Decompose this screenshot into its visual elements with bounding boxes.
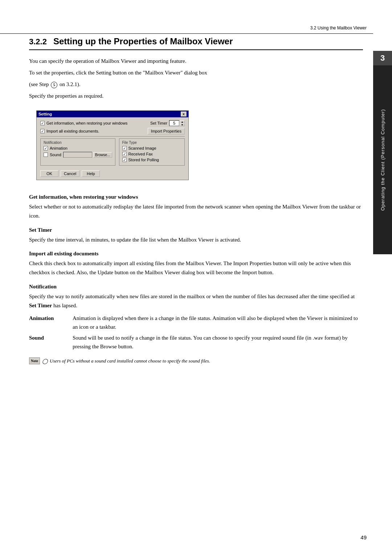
animation-row: Animation (44, 146, 112, 150)
dialog-footer: OK Cancel Help (40, 169, 185, 177)
intro-line1: You can specify the operation of Mailbox… (29, 57, 363, 65)
section-title: Setting up the Properties of Mailbox Vie… (53, 36, 233, 46)
dialog-separator (40, 136, 185, 137)
get-info-label: Get information, when restoring your win… (46, 121, 127, 125)
subsection-notification: Notification Specify the way to notify a… (29, 284, 363, 352)
animation-label-cell: Animation (29, 313, 73, 332)
ok-button[interactable]: OK (40, 170, 58, 177)
import-all-checkbox[interactable] (40, 129, 45, 133)
notification-detail-table: Animation Animation is displayed when th… (29, 313, 363, 352)
stored-polling-row: Stored for Polling (122, 158, 182, 162)
dialog-box: Setting × Get information, when restorin… (36, 110, 189, 180)
subsection-set-timer-body: Specify the time interval, in minutes, t… (29, 235, 363, 244)
scanned-image-label: Scanned Image (128, 146, 156, 150)
step-circle: 5 (51, 82, 57, 88)
notification-body-text: Specify the way to notify automatically … (29, 293, 355, 299)
section-heading: 3.2.2 Setting up the Properties of Mailb… (29, 36, 363, 50)
notification-group: Notification Animation Sound Browse... (40, 138, 115, 166)
intro-line3: (see Step 5 on 3.2.1). (29, 80, 363, 89)
dialog-row1: Get information, when restoring your win… (40, 120, 185, 126)
spin-down[interactable]: ▼ (180, 123, 185, 126)
header-section-label: 3.2 Using the Mailbox Viewer (310, 25, 367, 31)
sound-row: Sound Browse... (44, 152, 112, 158)
intro-line2: To set the properties, click the Setting… (29, 68, 363, 77)
note-label: Note (29, 357, 40, 364)
browse-button[interactable]: Browse... (93, 152, 112, 158)
dialog-close-button[interactable]: × (181, 112, 187, 117)
timer-spinbox-arrows: ▲ ▼ (180, 120, 185, 126)
animation-row-detail: Animation Animation is displayed when th… (29, 313, 363, 332)
header-rule (0, 33, 373, 34)
set-timer-bold: Set Timer (29, 303, 52, 308)
received-fax-checkbox[interactable] (122, 152, 127, 156)
animation-desc-cell: Animation is displayed when there is a c… (73, 313, 363, 332)
cancel-button[interactable]: Cancel (61, 170, 79, 177)
intro-line3b: on 3.2.1). (58, 81, 80, 87)
import-properties-button[interactable]: Import Properties (148, 128, 185, 134)
subsection-import-all-title: Import all existing documents (29, 251, 363, 257)
subsection-import-all-body: Check this check box to automatically im… (29, 259, 363, 277)
scanned-image-row: Scanned Image (122, 146, 182, 150)
note-box: Note ◯ Users of PCs without a sound card… (29, 357, 363, 365)
chapter-number-tab: 3 (373, 51, 392, 65)
intro-line4: Specify the properties as required. (29, 92, 363, 100)
dialog-body: Get information, when restoring your win… (37, 117, 188, 180)
subsection-set-timer-title: Set Timer (29, 227, 363, 233)
subsection-set-timer: Set Timer Specify the time interval, in … (29, 227, 363, 244)
help-button[interactable]: Help (82, 170, 100, 177)
subsection-get-info-body: Select whether or not to automatically r… (29, 202, 363, 220)
sound-checkbox[interactable] (44, 153, 48, 157)
dialog-title: Setting (38, 112, 52, 116)
sound-row-detail: Sound Sound will be used to notify a cha… (29, 332, 363, 352)
animation-label: Animation (50, 146, 68, 150)
animation-checkbox[interactable] (44, 146, 48, 150)
intro-line3a: (see Step (29, 81, 50, 87)
subsection-get-info-title: Get information, when restoring your win… (29, 194, 363, 200)
set-timer-suffix: has lapsed. (52, 303, 77, 308)
subsection-import-all: Import all existing documents Check this… (29, 251, 363, 277)
stored-polling-checkbox[interactable] (122, 158, 127, 162)
subsection-notification-title: Notification (29, 284, 363, 290)
intro-line2-text: To set the properties, click the Setting… (29, 70, 207, 76)
filetype-group-title: File Type (122, 141, 182, 145)
dialog-screenshot: Setting × Get information, when restorin… (36, 110, 189, 180)
section-number: 3.2.2 (29, 37, 47, 46)
subsection-get-info: Get information, when restoring your win… (29, 194, 363, 220)
sound-label: Sound (50, 153, 61, 157)
stored-polling-label: Stored for Polling (128, 158, 159, 162)
received-fax-row: Received Fax (122, 152, 182, 156)
sound-label-cell: Sound (29, 332, 73, 352)
received-fax-label: Received Fax (128, 152, 153, 156)
spin-up[interactable]: ▲ (180, 120, 185, 123)
dialog-titlebar: Setting × (37, 111, 188, 117)
page-number: 49 (360, 534, 367, 540)
notification-group-title: Notification (44, 141, 112, 145)
dialog-groups-row: Notification Animation Sound Browse... (40, 138, 185, 166)
chapter-tab: Operating the Client (Personal Computer) (373, 65, 392, 254)
sound-file-input[interactable] (63, 152, 92, 158)
import-all-label: Import all existing documents. (46, 129, 99, 133)
dialog-row2: Import all existing documents. Import Pr… (40, 128, 185, 134)
scanned-image-checkbox[interactable] (122, 146, 127, 150)
set-timer-spinbox[interactable]: 5 (169, 120, 179, 126)
filetype-group: File Type Scanned Image Received Fax Sto… (119, 138, 185, 166)
subsection-notification-body: Specify the way to notify automatically … (29, 292, 363, 310)
set-timer-label: Set Timer (150, 121, 167, 125)
get-info-checkbox[interactable] (40, 121, 45, 125)
note-text: Users of PCs without a sound card instal… (50, 357, 210, 365)
note-icon: ◯ (42, 357, 48, 365)
sound-desc-cell: Sound will be used to notify a change in… (73, 332, 363, 352)
